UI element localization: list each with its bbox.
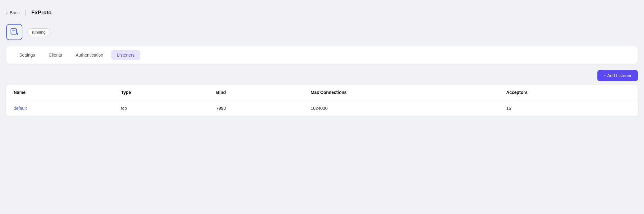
page-container: ‹ Back | ExProto running Settings Client… bbox=[6, 6, 638, 116]
col-name: Name bbox=[6, 85, 114, 100]
tab-settings[interactable]: Settings bbox=[14, 50, 41, 60]
cell-acceptors: 16 bbox=[499, 100, 638, 117]
col-max-connections: Max Connections bbox=[303, 85, 499, 100]
table-card: Name Type Bind Max Connections Acceptors… bbox=[6, 85, 638, 116]
listener-name-link[interactable]: default bbox=[14, 106, 27, 111]
status-badge: running bbox=[27, 28, 50, 36]
header: ‹ Back | ExProto bbox=[6, 6, 638, 21]
tab-clients[interactable]: Clients bbox=[43, 50, 68, 60]
add-listener-button[interactable]: + Add Listener bbox=[597, 70, 638, 81]
back-arrow-icon: ‹ bbox=[6, 10, 8, 15]
page-title: ExProto bbox=[31, 10, 52, 16]
tabs-card: Settings Clients Authentication Listener… bbox=[6, 46, 638, 64]
table-row: default tcp 7993 1024000 16 bbox=[6, 100, 638, 117]
col-bind: Bind bbox=[209, 85, 303, 100]
listeners-table: Name Type Bind Max Connections Acceptors… bbox=[6, 85, 638, 116]
cell-bind: 7993 bbox=[209, 100, 303, 117]
col-type: Type bbox=[114, 85, 209, 100]
table-header-row: Name Type Bind Max Connections Acceptors bbox=[6, 85, 638, 100]
action-row: + Add Listener bbox=[6, 70, 638, 81]
tab-authentication[interactable]: Authentication bbox=[70, 50, 109, 60]
plugin-icon bbox=[6, 24, 22, 40]
cell-type: tcp bbox=[114, 100, 209, 117]
header-divider: | bbox=[25, 9, 26, 16]
svg-rect-0 bbox=[11, 29, 16, 34]
icon-status-row: running bbox=[6, 21, 638, 46]
back-button[interactable]: ‹ Back bbox=[6, 10, 20, 15]
cell-max-connections: 1024000 bbox=[303, 100, 499, 117]
tab-listeners[interactable]: Listeners bbox=[111, 50, 140, 60]
back-label: Back bbox=[10, 10, 20, 15]
cell-name: default bbox=[6, 100, 114, 117]
col-acceptors: Acceptors bbox=[499, 85, 638, 100]
